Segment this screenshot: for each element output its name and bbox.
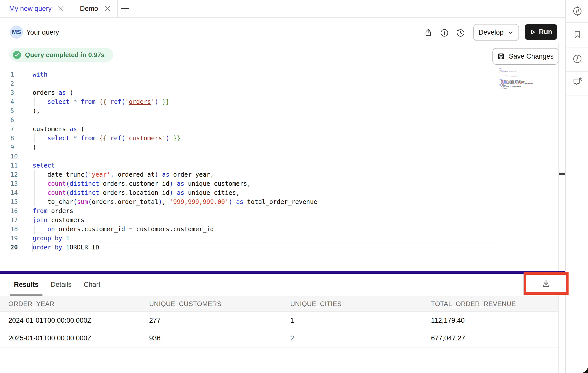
line-number: 5 xyxy=(10,106,14,115)
query-editor-window: My new query Demo MS Your query Develop … xyxy=(0,0,588,373)
line-number: 1 xyxy=(10,70,14,79)
results-table-header: ORDER_YEARUNIQUE_CUSTOMERSUNIQUE_CITIEST… xyxy=(0,296,558,312)
clock-icon[interactable] xyxy=(572,53,583,64)
table-row: 2024-01-01T00:00:00.000Z2771112,179.40 xyxy=(0,312,558,330)
query-title: Your query xyxy=(26,29,59,36)
code-text: select xyxy=(33,161,55,170)
code-line[interactable]: 2 xyxy=(0,79,558,88)
compass-icon[interactable] xyxy=(572,6,583,17)
line-number: 10 xyxy=(10,152,18,161)
download-icon[interactable] xyxy=(540,277,552,289)
sql-editor[interactable]: 1with23orders as (4 select * from {{ ref… xyxy=(0,70,558,252)
chevron-down-icon xyxy=(508,30,514,36)
line-number: 14 xyxy=(10,188,18,197)
close-icon[interactable] xyxy=(105,6,110,11)
editor-right-divider xyxy=(558,43,559,373)
minimap-line: order by 1ORDER_ID xyxy=(500,88,541,89)
close-icon[interactable] xyxy=(58,6,64,11)
line-number: 2 xyxy=(10,79,14,88)
line-number: 16 xyxy=(10,206,18,216)
code-text: order by 1ORDER_ID xyxy=(33,243,99,252)
code-line[interactable]: 1with xyxy=(0,70,558,79)
code-line[interactable]: 11select xyxy=(0,161,558,170)
column-header: TOTAL_ORDER_REVENUE xyxy=(431,296,516,311)
scrollbar-thumb[interactable] xyxy=(559,173,565,175)
run-button[interactable]: Run xyxy=(525,24,557,40)
code-text: from orders xyxy=(33,206,73,216)
code-line[interactable]: 18 on orders.customer_id = customers.cus… xyxy=(0,225,558,234)
results-tab-list: ResultsDetailsChart xyxy=(14,274,100,295)
query-status-badge: Query completed in 0.97s xyxy=(9,48,113,62)
tab-label: My new query xyxy=(9,5,52,13)
code-text: select * from {{ ref('orders') }} xyxy=(33,97,169,106)
code-text: count(distinct orders.customer_id) as un… xyxy=(33,179,251,188)
code-line[interactable]: 3orders as ( xyxy=(0,88,558,97)
code-line[interactable]: 5), xyxy=(0,106,558,115)
code-line[interactable]: 12 date_trunc('year', ordered_at) as ord… xyxy=(0,170,558,179)
line-number: 3 xyxy=(10,88,14,97)
develop-dropdown-button[interactable]: Develop xyxy=(473,24,519,41)
code-line[interactable]: 7customers as ( xyxy=(0,125,558,134)
code-text: to_char(sum(orders.order_total), '999,99… xyxy=(33,197,317,206)
line-number: 12 xyxy=(10,170,18,179)
active-tab-underline xyxy=(10,294,42,296)
code-line[interactable]: 19group by 1 xyxy=(0,234,558,243)
check-circle-icon xyxy=(13,51,21,59)
code-line[interactable]: 8 select * from {{ ref('customers') }} xyxy=(0,134,558,143)
table-cell: 2025-01-01T00:00:00.000Z xyxy=(8,329,92,347)
code-line[interactable]: 17join customers xyxy=(0,216,558,225)
table-cell: 1 xyxy=(290,312,294,329)
save-icon xyxy=(497,53,505,60)
editor-minimap[interactable]: withorders as ( select * from {{ ref('or… xyxy=(500,68,563,93)
code-line[interactable]: 16from orders xyxy=(0,206,558,216)
code-text: select * from {{ ref('customers') }} xyxy=(33,134,180,143)
table-cell: 112,179.40 xyxy=(431,312,465,329)
table-cell: 2024-01-01T00:00:00.000Z xyxy=(8,312,92,329)
column-header: UNIQUE_CITIES xyxy=(290,296,342,311)
line-number: 6 xyxy=(10,115,14,125)
code-text: count(distinct orders.location_id) as un… xyxy=(33,188,240,197)
code-line[interactable]: 14 count(distinct orders.location_id) as… xyxy=(0,188,558,197)
bookmark-icon[interactable] xyxy=(572,29,583,40)
results-tab-details[interactable]: Details xyxy=(51,281,72,289)
code-line[interactable]: 13 count(distinct orders.customer_id) as… xyxy=(0,179,558,188)
code-line[interactable]: 15 to_char(sum(orders.order_total), '999… xyxy=(0,197,558,206)
ai-chat-icon[interactable] xyxy=(572,76,583,87)
history-icon[interactable] xyxy=(456,28,466,38)
line-number: 15 xyxy=(10,197,18,206)
code-text: ), xyxy=(33,106,40,115)
code-text: with xyxy=(33,70,48,79)
panel-divider-accent[interactable] xyxy=(0,271,565,274)
play-icon xyxy=(530,29,536,35)
right-sidebar xyxy=(565,0,588,373)
results-tab-chart[interactable]: Chart xyxy=(84,281,100,289)
code-line[interactable]: 20order by 1ORDER_ID xyxy=(0,243,558,252)
save-changes-button[interactable]: Save Changes xyxy=(492,48,558,65)
results-tab-results[interactable]: Results xyxy=(14,281,39,289)
code-text: join customers xyxy=(33,216,84,225)
code-line[interactable]: 4 select * from {{ ref('orders') }} xyxy=(0,97,558,106)
line-number: 13 xyxy=(10,179,18,188)
tab-demo[interactable]: Demo xyxy=(73,0,118,17)
code-text: date_trunc('year', ordered_at) as order_… xyxy=(33,170,214,179)
line-number: 19 xyxy=(10,234,18,243)
code-line[interactable]: 6 xyxy=(0,115,558,125)
save-label: Save Changes xyxy=(509,53,554,60)
line-number: 8 xyxy=(10,134,14,143)
avatar: MS xyxy=(10,26,23,39)
line-number: 18 xyxy=(10,225,18,234)
share-icon[interactable] xyxy=(423,28,433,38)
code-line[interactable]: 9) xyxy=(0,143,558,152)
code-line[interactable]: 10 xyxy=(0,152,558,161)
code-text: on orders.customer_id = customers.custom… xyxy=(33,225,214,234)
line-number: 7 xyxy=(10,125,14,134)
tab-my-new-query[interactable]: My new query xyxy=(0,0,73,17)
line-number: 17 xyxy=(10,216,18,225)
line-number: 11 xyxy=(10,161,18,170)
develop-label: Develop xyxy=(479,29,504,36)
column-header: ORDER_YEAR xyxy=(8,296,54,311)
info-icon[interactable] xyxy=(439,28,449,38)
new-tab-plus-icon[interactable] xyxy=(121,5,129,13)
table-cell: 277 xyxy=(149,312,161,329)
line-number: 9 xyxy=(10,143,14,152)
